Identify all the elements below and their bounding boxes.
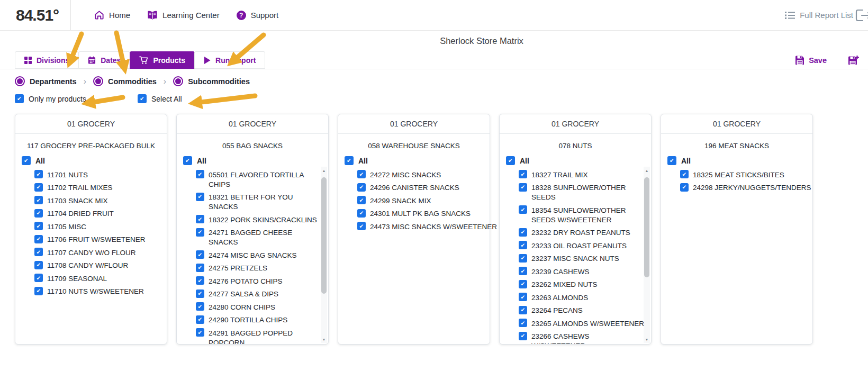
nav-item-home[interactable]: Home (94, 10, 130, 20)
subcommodity-item[interactable]: 11701 NUTS (34, 170, 160, 180)
subcommodity-item[interactable]: 11709 SEASONAL (34, 274, 160, 284)
checkbox-checked-icon (519, 332, 527, 340)
subcommodity-item[interactable]: 11710 NUTS W/SWEETENER (34, 287, 160, 297)
subcommodity-item[interactable]: 23237 MISC SNACK NUTS (519, 254, 645, 264)
commodity-label: 058 WAREHOUSE SNACKS (345, 141, 483, 151)
radio-departments[interactable]: Departments (15, 76, 77, 86)
subcommodity-item[interactable]: 24280 CORN CHIPS (196, 302, 322, 312)
scrollbar-track[interactable] (321, 174, 327, 336)
card-all-checkbox[interactable]: All (667, 156, 806, 165)
main-nav: Home Learning Center Support (94, 10, 278, 20)
subcommodity-item[interactable]: 24291 BAGGED POPPED POPCORN (196, 328, 322, 345)
subcommodity-item[interactable]: 24290 TORTILLA CHIPS (196, 315, 322, 325)
checkbox-checked-icon (34, 183, 43, 192)
subcommodity-item[interactable]: 18325 MEAT STICKS/BITES (680, 170, 806, 180)
save-as-button[interactable] (848, 55, 860, 66)
scroll-down-icon[interactable]: ▼ (321, 336, 327, 343)
subcommodity-item[interactable]: 24473 MISC SNACKS W/SWEETENER (357, 222, 483, 232)
card-department-header: 01 GROCERY (177, 114, 328, 134)
nav-item-label: Learning Center (162, 11, 220, 20)
subcommodity-item[interactable]: 24277 SALSA & DIPS (196, 289, 322, 300)
subcommodity-item[interactable]: 18354 SUNFLOWER/OTHER SEEDS W/SWEETENER (519, 205, 645, 225)
tab-products[interactable]: Products (130, 51, 195, 69)
subcommodity-item[interactable]: 23239 CASHEWS (519, 267, 645, 277)
checkbox-checked-icon (196, 315, 204, 324)
nav-item-label: Home (109, 11, 130, 20)
full-report-list-button[interactable]: Full Report List (785, 11, 853, 20)
checkbox-checked-icon (680, 170, 689, 178)
subcommodity-item[interactable]: 05501 FLAVORED TORTILLA CHIPS (196, 170, 322, 189)
subcommodity-item[interactable]: 24296 CANISTER SNACKS (357, 183, 483, 193)
subcommodity-item[interactable]: 11708 CANDY W/FLOUR (34, 261, 160, 271)
commodity-label: 117 GROCERY PRE-PACKAGED BULK (22, 141, 160, 151)
card-all-checkbox[interactable]: All (506, 156, 645, 165)
subcommodity-item[interactable]: 11706 FRUIT W/SWEETENER (34, 235, 160, 245)
checkbox-checked-icon (357, 183, 366, 192)
subcommodity-item[interactable]: 23262 MIXED NUTS (519, 280, 645, 290)
brand-logo[interactable]: 84.51° (16, 6, 59, 24)
card-body: 055 BAG SNACKS All 05501 FLAVORED TORTIL… (177, 134, 328, 345)
save-button[interactable]: Save (795, 56, 827, 65)
subcommodity-item[interactable]: 11703 SNACK MIX (34, 196, 160, 206)
subcommodity-item[interactable]: 24271 BAGGED CHEESE SNACKS (196, 228, 322, 248)
subcommodity-item[interactable]: 24274 MISC BAG SNACKS (196, 250, 322, 260)
card-scrollbar[interactable]: ▲ ▼ (321, 167, 327, 343)
card-all-checkbox[interactable]: All (183, 156, 322, 165)
checkbox-checked-icon (519, 228, 527, 237)
nav-item-learning-center[interactable]: Learning Center (147, 11, 220, 20)
subcommodity-item[interactable]: 18322 PORK SKINS/CRACKLINS (196, 215, 322, 225)
checkbox-checked-icon (506, 156, 515, 165)
subcommodity-label: 11706 FRUIT W/SWEETENER (47, 235, 146, 245)
exit-icon[interactable] (855, 9, 868, 22)
cart-icon (139, 56, 148, 65)
select-all-checkbox[interactable]: Select All (138, 94, 182, 103)
subcommodity-item[interactable]: 11707 CANDY W/O FLOUR (34, 248, 160, 258)
scroll-up-icon[interactable]: ▲ (644, 167, 650, 174)
subcommodity-item[interactable]: 18328 SUNFLOWER/OTHER SEEDS (519, 183, 645, 203)
nav-item-label: Support (251, 11, 279, 20)
subcommodity-item[interactable]: 23263 ALMONDS (519, 293, 645, 303)
subcommodity-item[interactable]: 24272 MISC SNACKS (357, 170, 483, 180)
checkbox-checked-icon (519, 241, 527, 249)
subcommodity-item[interactable]: 24275 PRETZELS (196, 264, 322, 274)
breadcrumb-separator: › (84, 77, 86, 86)
checkbox-checked-icon (34, 222, 43, 230)
subcommodity-label: 24473 MISC SNACKS W/SWEETENER (370, 222, 497, 232)
tab-dates[interactable]: Dates (78, 51, 130, 69)
subcommodity-item[interactable]: 11705 MISC (34, 222, 160, 232)
scrollbar-track[interactable] (644, 174, 650, 336)
subcommodity-item[interactable]: 18327 TRAIL MIX (519, 170, 645, 180)
only-my-products-checkbox[interactable]: Only my products (15, 94, 86, 103)
tab-run-report[interactable]: Run Report (194, 51, 265, 69)
subcommodity-item[interactable]: 23266 CASHEWS W/SWEETENER (519, 332, 645, 345)
checkbox-checked-icon (196, 170, 204, 178)
calendar-icon (88, 56, 96, 64)
scrollbar-thumb[interactable] (644, 177, 649, 277)
checkbox-checked-icon (34, 170, 43, 178)
subcommodity-item[interactable]: 11702 TRAIL MIXES (34, 183, 160, 193)
subcommodity-item[interactable]: 24299 SNACK MIX (357, 196, 483, 206)
scroll-up-icon[interactable]: ▲ (321, 167, 327, 174)
subcommodity-item[interactable]: 23265 ALMONDS W/SWEETENER (519, 319, 645, 329)
nav-item-support[interactable]: Support (237, 11, 279, 20)
scrollbar-thumb[interactable] (321, 177, 327, 294)
tab-divisions[interactable]: Divisions (15, 51, 79, 69)
subcommodity-item[interactable]: 23232 DRY ROAST PEANUTS (519, 228, 645, 238)
radio-subcommodities[interactable]: Subcommodities (173, 76, 250, 86)
card-all-checkbox[interactable]: All (22, 156, 160, 165)
subcommodity-label: 23263 ALMONDS (531, 293, 588, 303)
card-all-checkbox[interactable]: All (345, 156, 483, 165)
subcommodity-item[interactable]: 24301 MULT PK BAG SNACKS (357, 209, 483, 219)
radio-commodities[interactable]: Commodities (93, 76, 157, 86)
all-label: All (681, 157, 691, 165)
subcommodity-item[interactable]: 24298 JERKY/NUGGETS/TENDERS (680, 183, 806, 193)
subcommodity-item[interactable]: 18321 BETTER FOR YOU SNACKS (196, 193, 322, 212)
scroll-down-icon[interactable]: ▼ (644, 336, 650, 343)
subcommodity-item[interactable]: 23264 PECANS (519, 306, 645, 316)
subcommodity-item[interactable]: 23233 OIL ROAST PEANUTS (519, 241, 645, 251)
checkbox-checked-icon (22, 156, 31, 165)
subcommodity-item[interactable]: 11704 DRIED FRUIT (34, 209, 160, 219)
subcommodity-label: 11710 NUTS W/SWEETENER (47, 287, 144, 297)
subcommodity-item[interactable]: 24276 POTATO CHIPS (196, 276, 322, 286)
card-scrollbar[interactable]: ▲ ▼ (644, 167, 650, 343)
